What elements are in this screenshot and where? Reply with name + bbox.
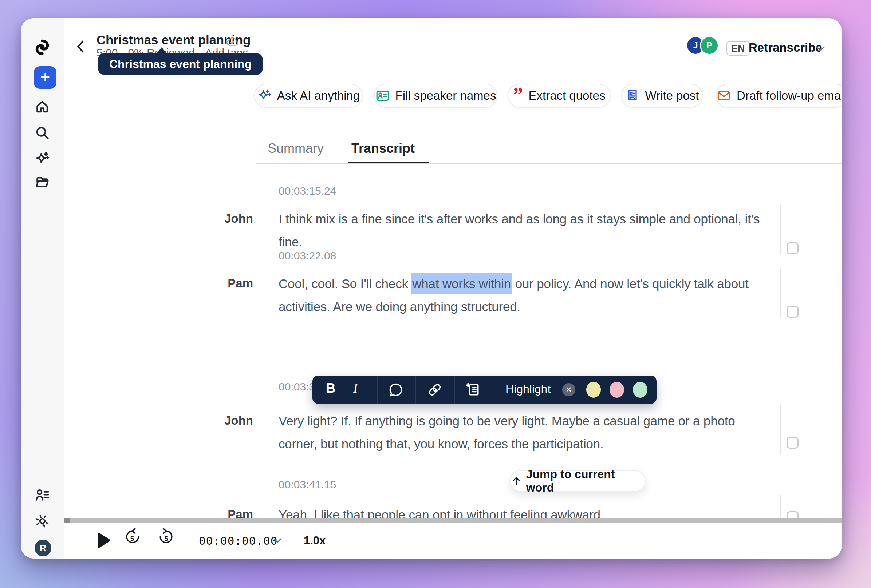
- clear-highlight-button[interactable]: ✕: [562, 383, 575, 396]
- forward-5-icon: 5: [157, 527, 175, 545]
- tooltip-arrow: [156, 47, 167, 54]
- highlight-label: Highlight: [506, 382, 551, 396]
- highlight-color-yellow[interactable]: [586, 382, 601, 398]
- transcript-scrollbar[interactable]: [64, 518, 842, 522]
- jump-button-label: Jump to current word: [526, 467, 645, 494]
- rewind-5-button[interactable]: 5: [123, 527, 142, 547]
- draft-email-button[interactable]: Draft follow-up email: [715, 84, 842, 108]
- write-post-button[interactable]: Write post: [621, 84, 703, 108]
- ai-sparkle-icon: [257, 88, 272, 103]
- draft-email-label: Draft follow-up email: [736, 89, 842, 103]
- copy-link-button[interactable]: [427, 382, 443, 399]
- back-button[interactable]: [74, 39, 86, 54]
- ask-ai-button[interactable]: Ask AI anything: [254, 84, 363, 108]
- dictionary-icon: [465, 382, 481, 398]
- entry-rail: [780, 267, 781, 318]
- playback-time[interactable]: 00:00:00.00: [199, 534, 277, 547]
- text-before-selection: Cool, cool. So I'll check: [278, 276, 412, 291]
- timestamp[interactable]: 00:03:22.08: [278, 249, 336, 262]
- fill-speaker-names-label: Fill speaker names: [395, 89, 496, 103]
- comment-button[interactable]: [388, 382, 404, 399]
- quotes-icon: ”: [513, 90, 523, 102]
- scrollbar-thumb[interactable]: [64, 518, 70, 522]
- retranscribe-dropdown[interactable]: [816, 46, 825, 53]
- speaker-name[interactable]: John: [203, 414, 253, 428]
- write-post-label: Write post: [645, 89, 699, 103]
- user-avatar[interactable]: R: [34, 540, 51, 556]
- retranscribe-button[interactable]: Retranscribe: [749, 41, 822, 55]
- entry-checkbox[interactable]: [787, 306, 799, 318]
- ask-ai-label: Ask AI anything: [277, 89, 360, 103]
- id-card-icon: [376, 88, 390, 103]
- entry-rail: [780, 204, 781, 255]
- new-recording-button[interactable]: +: [34, 66, 57, 89]
- tab-transcript[interactable]: Transcript: [352, 141, 415, 156]
- home-icon: [34, 98, 50, 115]
- timestamp[interactable]: 00:03:15.24: [278, 185, 336, 197]
- highlight-color-green[interactable]: [633, 382, 647, 398]
- jump-to-current-word-button[interactable]: Jump to current word: [510, 470, 646, 492]
- forward-5-button[interactable]: 5: [157, 527, 175, 547]
- sidebar-item-ai[interactable]: [21, 150, 64, 168]
- comment-bubble-icon: [388, 382, 404, 398]
- selection-toolbar: B I Highlight ✕: [313, 376, 657, 404]
- timestamp[interactable]: 00:03:41.15: [278, 479, 336, 491]
- close-icon: ✕: [566, 385, 572, 394]
- arrow-up-icon: [511, 476, 522, 487]
- sidebar-item-home[interactable]: [21, 98, 64, 115]
- chevron-down-icon: [816, 46, 825, 52]
- svg-text:5: 5: [165, 535, 168, 543]
- entry-checkbox[interactable]: [787, 437, 799, 449]
- sidebar-item-search[interactable]: [21, 124, 64, 142]
- time-format-dropdown[interactable]: [273, 538, 282, 545]
- toolbar-divider: [377, 376, 378, 404]
- toolbar-divider: [415, 376, 416, 404]
- speaker-name[interactable]: John: [203, 212, 253, 225]
- email-icon: [717, 88, 731, 103]
- bold-button[interactable]: B: [323, 381, 339, 396]
- transcript-text[interactable]: I think mix is a fine since it's after w…: [278, 207, 763, 253]
- toolbar-divider: [454, 376, 455, 404]
- extract-quotes-label: Extract quotes: [529, 89, 606, 103]
- add-to-dictionary-button[interactable]: [465, 382, 481, 399]
- svg-text:5: 5: [130, 535, 134, 543]
- language-badge: EN: [726, 41, 750, 56]
- app-logo[interactable]: [21, 38, 64, 57]
- user-avatar-initial: R: [40, 543, 46, 554]
- play-icon: [96, 532, 111, 549]
- transcript-text[interactable]: Cool, cool. So I'll check what works wit…: [278, 272, 763, 318]
- italic-button[interactable]: I: [347, 381, 364, 396]
- chevron-down-icon: [273, 538, 282, 543]
- title-tooltip: Christmas event planning: [98, 54, 263, 75]
- extract-quotes-button[interactable]: ” Extract quotes: [507, 84, 611, 108]
- transcript-text[interactable]: Very light? If. If anything is going to …: [278, 409, 763, 455]
- search-icon: [34, 125, 50, 141]
- post-icon: [625, 88, 640, 103]
- tab-summary[interactable]: Summary: [268, 141, 324, 156]
- tabs-divider: [256, 163, 842, 164]
- avatar-pam[interactable]: P: [700, 36, 719, 55]
- timestamp[interactable]: 00:03:3: [278, 381, 315, 393]
- playback-bar: 5 5 00:00:00.00 1.0x: [64, 522, 842, 558]
- fill-speaker-names-button[interactable]: Fill speaker names: [374, 84, 497, 108]
- sparkles-icon: [34, 151, 50, 167]
- highlight-color-pink[interactable]: [609, 382, 624, 398]
- app-logo-icon: [33, 38, 51, 57]
- toolbar-divider: [493, 376, 493, 404]
- play-button[interactable]: [96, 532, 111, 550]
- playback-speed[interactable]: 1.0x: [304, 534, 326, 547]
- rewind-5-icon: 5: [123, 527, 142, 545]
- app-window: +: [21, 18, 842, 558]
- selected-text: what works within: [412, 273, 512, 294]
- transcript-entry: 00:03:22.08 Pam Cool, cool. So I'll chec…: [21, 249, 842, 340]
- speaker-name[interactable]: Pam: [203, 276, 253, 290]
- link-icon: [427, 382, 443, 398]
- chevron-left-icon: [75, 40, 85, 53]
- entry-rail: [780, 403, 781, 455]
